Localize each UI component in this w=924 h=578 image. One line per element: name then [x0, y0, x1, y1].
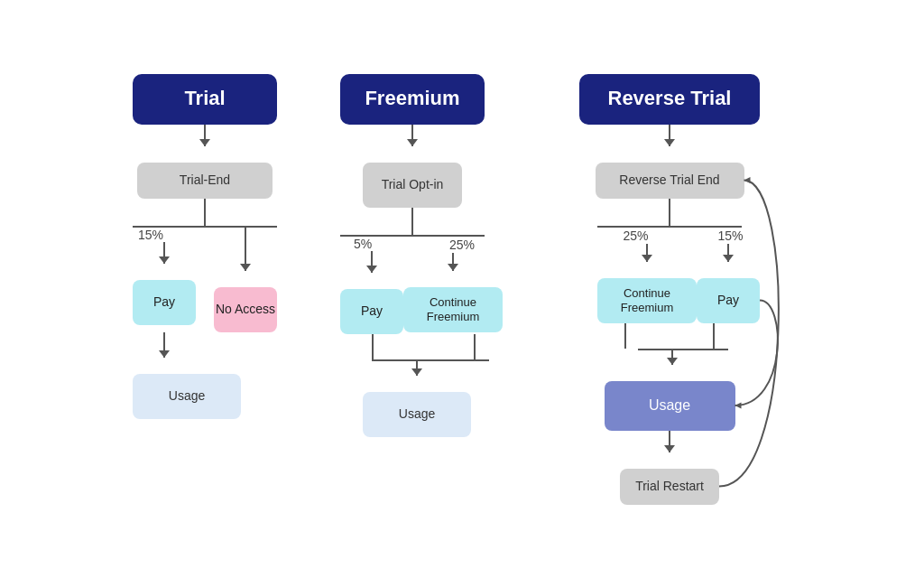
rt-usage-box: Usage [605, 381, 735, 431]
freemium-diagram: Freemium Trial Opt-in 5% Pay [322, 74, 503, 437]
trial-pay-box: Pay [133, 280, 196, 325]
rt-end-box: Reverse Trial End [596, 163, 744, 199]
freemium-continue-box: Continue Freemium [403, 287, 503, 332]
freemium-title: Freemium [340, 74, 485, 125]
trial-usage-box: Usage [133, 374, 241, 419]
freemium-pay-pct: 5% [354, 237, 372, 251]
freemium-usage-box: Usage [363, 392, 471, 437]
freemium-pay-box: Pay [340, 289, 403, 334]
arrow-freemium-to-optin [407, 125, 418, 163]
trial-end-box: Trial-End [137, 163, 273, 199]
rt-usage-label: Usage [605, 381, 735, 431]
arrow-trial-to-end [199, 125, 210, 163]
arrow-rt-usage-to-restart [664, 431, 675, 469]
rt-trial-restart-box: Trial Restart [620, 469, 719, 505]
rt-continue-box: Continue Freemium [597, 278, 697, 323]
rt-pay-box: Pay [697, 278, 760, 323]
arrow-rt-to-end [664, 125, 675, 163]
reverse-trial-title: Reverse Trial [579, 74, 760, 125]
trial-pay-pct: 15% [138, 228, 163, 242]
trial-diagram: Trial Trial-End 15% [124, 74, 286, 419]
rt-pay-pct: 15% [717, 228, 743, 243]
rt-freemium-pct: 25% [623, 228, 648, 243]
freemium-optin-box: Trial Opt-in [363, 163, 462, 208]
trial-title: Trial [133, 74, 277, 125]
reverse-trial-diagram: Reverse Trial Reverse Trial End 25% Cont… [539, 74, 800, 505]
freemium-continue-pct: 25% [449, 238, 475, 252]
trial-no-access-box: No Access [214, 287, 277, 332]
